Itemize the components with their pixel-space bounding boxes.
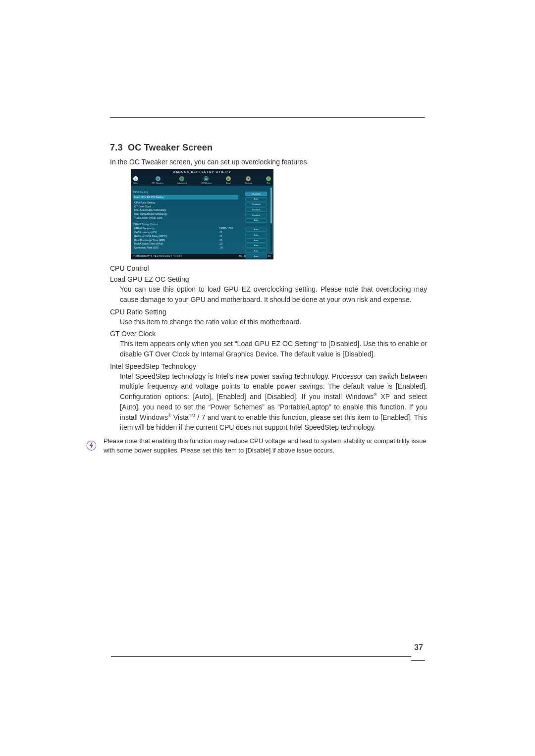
bios-scrollbar: [270, 188, 272, 252]
section-title: OC Tweaker Screen: [128, 143, 213, 152]
exit-icon: ➔: [266, 176, 271, 181]
bios-row: Intel Turbo Boost Technology: [133, 212, 238, 216]
intro-text: In the OC Tweaker screen, you can set up…: [110, 158, 427, 166]
bios-row: Intel SpeedStep Technology: [133, 208, 238, 212]
shield-icon: ⚑: [246, 176, 251, 181]
section-heading: 7.3 OC Tweaker Screen: [110, 143, 427, 153]
bios-row: Command Rate (CR)1N: [133, 246, 238, 250]
item-heading: GT Over Clock: [110, 330, 427, 338]
bios-tab-bar: ⌂Main ▤OC Tweaker ✔Advanced ▭H/W Monitor…: [131, 175, 273, 186]
bios-row: CAS# Latency (tCL)11: [133, 231, 238, 234]
tab-hw-monitor: ▭H/W Monitor: [201, 176, 212, 184]
registered-symbol: ®: [374, 392, 377, 397]
tab-exit: ➔Exit: [266, 176, 271, 184]
warning-bolt-icon: [86, 437, 97, 454]
bios-value: Auto: [245, 233, 267, 237]
bios-body: CPU Control Load GPU EZ OC Setting CPU R…: [131, 186, 273, 254]
item-body: Use this item to change the ratio value …: [120, 317, 427, 327]
power-icon: ⏻: [226, 176, 231, 181]
bios-value: Auto: [245, 249, 267, 253]
bios-selected-row: Load GPU EZ OC Setting: [133, 195, 238, 200]
bios-row: CPU Ratio Setting: [133, 201, 238, 204]
item-heading: CPU Ratio Setting: [110, 308, 427, 316]
home-icon: ⌂: [133, 176, 138, 181]
bios-row: DRAM FrequencyDDR3-1600: [133, 227, 238, 230]
bios-value-column: Disabled Auto Disabled Enabled Enabled A…: [241, 188, 271, 251]
bios-frame: ASROCK UEFI SETUP UTILITY ⌂Main ▤OC Twea…: [131, 169, 273, 259]
bios-row: RAS# to CAS# Delay (tRCD)11: [133, 235, 238, 238]
monitor-icon: ▭: [204, 176, 209, 181]
content-column: 7.3 OC Tweaker Screen In the OC Tweaker …: [110, 119, 427, 455]
note-block: Please note that enabling this function …: [110, 437, 427, 455]
item-cpu-ratio: CPU Ratio Setting Use this item to chang…: [110, 308, 427, 327]
registered-symbol: ®: [168, 413, 171, 418]
tab-security: ⚑Security: [245, 176, 252, 184]
section-number: 7.3: [110, 143, 123, 152]
item-heading: Intel SpeedStep Technology: [110, 362, 427, 370]
wrench-icon: ✔: [179, 176, 184, 181]
bios-value: Enabled: [245, 207, 267, 212]
item-cpu-control: CPU Control: [110, 264, 427, 272]
bios-value: Auto: [245, 244, 267, 248]
page-number: 37: [412, 643, 425, 652]
bios-value: Auto: [245, 197, 267, 202]
bios-row: Row Precharge Time (tRP)11: [133, 239, 238, 242]
item-body: You can use this option to load GPU EZ o…: [120, 284, 427, 304]
tab-boot: ⏻Boot: [226, 176, 231, 184]
note-text: Please note that enabling this function …: [104, 437, 427, 455]
item-load-gpu: Load GPU EZ OC Setting You can use this …: [110, 275, 427, 304]
item-intel-speedstep: Intel SpeedStep Technology Intel SpeedSt…: [110, 362, 427, 433]
bios-value: Enabled: [245, 213, 267, 217]
bios-value: Auto: [245, 228, 267, 232]
bios-left-panel: CPU Control Load GPU EZ OC Setting CPU R…: [133, 188, 241, 251]
tab-oc-tweaker: ▤OC Tweaker: [152, 176, 163, 184]
bios-value: Disabled: [245, 192, 267, 196]
item-body: Intel SpeedStep technology is Intel's ne…: [120, 371, 427, 433]
tab-main: ⌂Main: [133, 176, 138, 184]
bios-value: Disabled: [245, 202, 267, 207]
bios-row: GT Over Clock: [133, 205, 238, 208]
item-heading: Load GPU EZ OC Setting: [110, 275, 427, 283]
group-dram-timing: DRAM Timing Control: [133, 223, 238, 226]
bios-screenshot: ASROCK UEFI SETUP UTILITY ⌂Main ▤OC Twea…: [131, 169, 273, 259]
bios-value: Auto: [245, 238, 267, 243]
manual-page: 7.3 OC Tweaker Screen In the OC Tweaker …: [0, 0, 535, 756]
footer-rule: [111, 656, 411, 657]
tab-advanced: ✔Advanced: [177, 176, 187, 184]
bios-footer-slogan: TOMORROW'S TECHNOLOGY TODAY: [133, 255, 182, 258]
trademark-symbol: TM: [189, 413, 195, 418]
group-cpu-control: CPU Control: [133, 191, 238, 194]
item-body: This item appears only when you set “Loa…: [120, 339, 427, 359]
bios-row: Turbo Boost Power Limit: [133, 216, 238, 220]
chip-icon: ▤: [156, 176, 160, 181]
bios-value: Auto: [245, 218, 267, 223]
header-rule: [110, 117, 425, 118]
item-gt-over-clock: GT Over Clock This item appears only whe…: [110, 330, 427, 359]
bios-value: Auto: [245, 254, 267, 258]
bios-title: ASROCK UEFI SETUP UTILITY: [131, 169, 273, 175]
bios-row: RAS# Active Time (tRAS)28: [133, 242, 238, 246]
